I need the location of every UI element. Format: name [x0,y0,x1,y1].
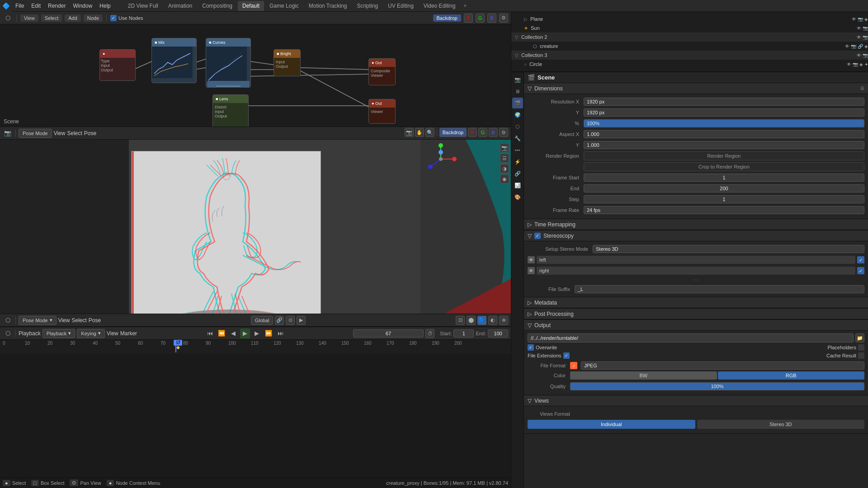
coll2-eye-icon[interactable]: 👁 [857,35,861,40]
sun-eye-icon[interactable]: 👁 [857,26,861,31]
menu-render[interactable]: Render [44,0,69,12]
viewport-select-btn[interactable]: Select [67,130,82,136]
frame-step-value[interactable]: 1 [584,195,864,203]
node-box-6[interactable]: ■ Lens Distort Input Output [212,94,249,127]
tl-marker-btn[interactable]: Marker [120,330,137,337]
viewport-backdrop-btn[interactable]: Backdrop [439,128,467,137]
placeholders-checkbox[interactable] [858,344,864,351]
vp-settings-btn[interactable]: ⚙ [499,128,508,137]
menu-file[interactable]: File [12,0,28,12]
file-ext-checkbox[interactable]: ✓ [563,352,570,359]
viewport-camera-icon[interactable]: 📷 [405,128,414,137]
views-header[interactable]: ▽ Views [524,395,868,406]
node-box-2[interactable]: ■ Mix [151,38,197,83]
menu-window[interactable]: Window [69,0,96,12]
prop-tab-render[interactable]: 📷 [512,74,523,85]
vp-rendered-btn[interactable]: ◐ [488,316,497,325]
creature-extra-icon[interactable]: ◈ [864,44,868,49]
res-pct-value[interactable]: 100% [584,119,864,127]
aspect-x-value[interactable]: 1.000 [584,130,864,138]
timeline-ruler[interactable]: 0 10 20 30 40 50 60 70 80 90 100 110 120… [0,340,511,352]
outliner-item-sun[interactable]: ☀ Sun 👁 📷 [511,23,868,33]
step-back-btn[interactable]: ◀ [228,328,238,338]
jump-start-btn[interactable]: ⏮ [205,328,215,338]
vp-r-btn[interactable]: R [468,128,477,137]
prop-tab-particles[interactable]: ••• [512,145,523,155]
vp-b-btn[interactable]: B [489,128,498,137]
circle-camera-icon[interactable]: 📷 [853,62,858,67]
aspect-y-value[interactable]: 1.000 [584,141,864,149]
prop-tab-scene[interactable]: 🎬 [512,98,523,108]
overwrite-checkbox[interactable]: ✓ [528,344,534,351]
node-view-menu[interactable]: View [20,14,38,22]
node-add-menu[interactable]: Add [65,14,81,22]
menu-help[interactable]: Help [96,0,114,12]
left-eye-check[interactable]: ✓ [857,256,864,263]
stereoscopy-header[interactable]: ▽ ✓ Stereoscopy [524,230,868,241]
file-suffix-value[interactable]: _L [575,285,864,293]
node-rgb-icon[interactable]: R [464,14,473,23]
viewport-view-btn[interactable]: View [54,130,66,136]
tab-compositing[interactable]: Compositing [198,1,237,11]
viewport-magnify-icon[interactable]: 🔍 [425,128,434,137]
playback-settings-btn[interactable]: ▶ [297,316,306,325]
transform-gizmo[interactable] [425,143,457,175]
sync-btn[interactable]: ⏱ [425,329,434,338]
current-frame-field[interactable]: 67 [353,329,424,338]
crop-render-btn[interactable]: Crop to Render Region [584,162,864,171]
pose-view-btn[interactable]: View [58,317,70,324]
prop-tab-world[interactable]: 🌍 [512,109,523,120]
creature-camera-icon[interactable]: 📷 [851,44,856,49]
cache-result-checkbox[interactable] [858,352,864,359]
proportional-edit-btn[interactable]: ⊙ [286,316,295,325]
stereo-mode-value[interactable]: Stereo 3D [593,245,864,253]
render-region-btn[interactable]: Render Region [584,151,864,160]
tab-2d-view-full[interactable]: 2D View Full [123,1,163,11]
playback-dropdown[interactable]: Playback ▾ [42,329,75,338]
creature-link-icon[interactable]: 🔗 [858,44,863,49]
outliner-item-circle[interactable]: ○ Circle 👁 📷 ◈ ✦ [511,60,868,69]
node-box-1[interactable]: ● Type Input Output [99,49,136,81]
circle-extra2-icon[interactable]: ✦ [864,62,868,67]
coll2-camera-icon[interactable]: 📷 [863,35,868,40]
node-box-5[interactable]: ● Out Composite Viewer [368,58,396,85]
quality-value[interactable]: 100% [570,382,864,390]
vp-solid-btn[interactable]: ⬤ [467,316,476,325]
prop-tab-object[interactable]: ⬡ [512,121,523,132]
vp-lk-btn[interactable]: 🔵 [477,316,486,325]
node-g-icon[interactable]: G [476,14,485,23]
prev-keyframe-btn[interactable]: ⏪ [217,328,226,338]
output-folder-btn[interactable]: 📁 [855,333,864,343]
res-y-value[interactable]: 1920 px [584,108,864,117]
tab-animation[interactable]: Animation [164,1,197,11]
node-box-4[interactable]: ■ Bright Input Output [274,49,301,76]
tab-default[interactable]: Default [238,1,264,11]
use-nodes-checkbox[interactable]: ✓ [110,15,117,21]
prop-tab-material[interactable]: 🎨 [512,192,523,202]
tab-game-logic[interactable]: Game Logic [265,1,303,11]
step-forward-btn[interactable]: ▶ [252,328,262,338]
right-eye-check[interactable]: ✓ [857,267,864,274]
metadata-header[interactable]: ▷ Metadata [524,297,868,308]
timeline-icon[interactable]: ⬡ [3,328,13,338]
prop-tab-physics[interactable]: ⚡ [512,156,523,167]
jump-end-btn[interactable]: ⏭ [275,328,285,338]
dimensions-header[interactable]: ▽ Dimensions ☰ [524,83,868,94]
node-node-menu[interactable]: Node [84,14,103,22]
node-select-menu[interactable]: Select [41,14,62,22]
tab-video-editing[interactable]: Video Editing [419,1,460,11]
pl001-extra-icon[interactable]: ✦ [864,71,868,72]
pose-mode-icon[interactable]: ⬡ [3,315,13,325]
outliner-item-collection2[interactable]: ▽ Collection 2 👁 📷 [511,33,868,42]
frame-start-value[interactable]: 1 [584,174,864,182]
outliner-item-creature[interactable]: ⬡ creature 👁 📷 🔗 ◈ [511,42,868,51]
sun-camera-icon[interactable]: 📷 [863,26,868,31]
post-processing-header[interactable]: ▷ Post Processing [524,309,868,319]
tab-scripting[interactable]: Scripting [352,1,382,11]
menu-edit[interactable]: Edit [28,0,44,12]
frame-rate-value[interactable]: 24 fps [584,206,864,214]
start-frame-field[interactable]: 1 [453,329,474,338]
backdrop-btn[interactable]: Backdrop [433,14,461,22]
vp-display-mode-btn[interactable]: ☰ [500,154,509,163]
output-path-field[interactable]: //../../render/turntable/ [528,333,854,343]
